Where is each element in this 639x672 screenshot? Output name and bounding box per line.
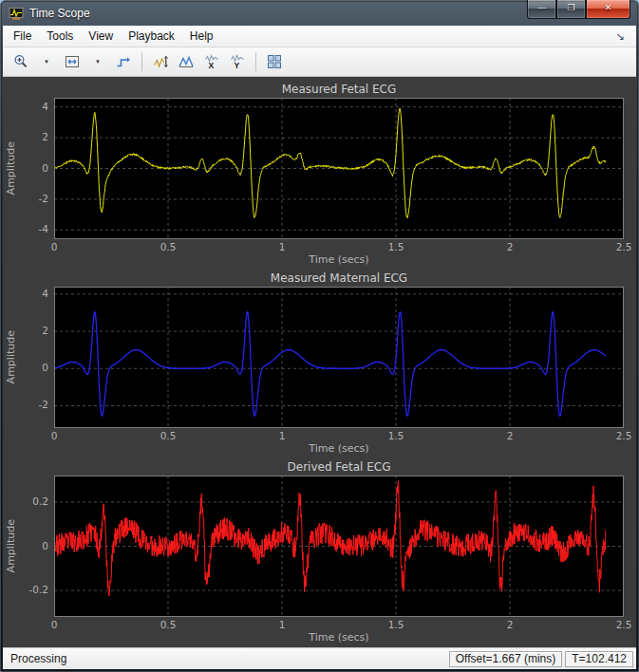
svg-text:X: X [209,61,215,70]
y-tick-label: 0.2 [32,495,48,507]
x-tick-label: 1 [279,430,286,441]
x-tick-label: 2 [507,619,514,630]
plot-title: Derived Fetal ECG [54,458,624,476]
zoom-x-button[interactable]: X [199,49,224,74]
minimize-icon: — [537,3,546,12]
y-tick-label: 4 [42,101,48,112]
plot-title: Measured Fetal ECG [54,81,624,98]
toolbar-separator [255,52,256,71]
scale-y-axis-button[interactable] [148,49,173,74]
x-tick-label: 2.5 [616,430,632,441]
y-tick-label: -2 [39,399,48,410]
step-forward-button[interactable] [111,49,136,74]
title-bar[interactable]: Time Scope — ❐ ✕ [0,0,639,26]
y-axis-label: Amplitude [3,98,18,239]
close-button[interactable]: ✕ [586,0,630,19]
autoscale-button[interactable] [174,49,198,74]
layout-grid-button[interactable] [262,49,287,74]
toolbar-separator [141,52,142,71]
y-axis-ticks: -4-2024 [18,98,54,239]
y-tick-label: 2 [42,325,48,336]
offset-readout: Offset=1.667 (mins) [449,651,563,667]
y-tick-label: 4 [42,288,48,299]
x-axis-label: Time (secs) [54,631,624,647]
x-tick-label: 0 [51,619,58,630]
svg-text:Y: Y [235,61,240,70]
app-icon [9,6,24,21]
menu-playback[interactable]: Playback [121,27,182,46]
x-tick-label: 1.5 [388,241,404,252]
x-tick-label: 2.5 [616,241,632,252]
time-readout: T=102.412 [565,651,633,667]
status-bar: Processing Offset=1.667 (mins) T=102.412 [3,647,636,669]
x-tick-label: 1.5 [388,430,404,441]
menu-tools[interactable]: Tools [39,27,81,46]
zoom-menu-caret[interactable]: ▾ [34,49,59,74]
y-tick-label: 2 [42,131,48,142]
x-tick-label: 0.5 [160,430,177,441]
y-tick-label: 0 [42,362,48,373]
fit-menu-caret[interactable]: ▾ [85,49,110,74]
plot-area[interactable] [54,98,624,239]
x-tick-label: 2 [507,241,514,252]
x-tick-label: 2.5 [616,619,632,630]
zoom-x-icon: X [204,54,219,69]
caption-buttons: — ❐ ✕ [527,0,630,19]
y-axis-label: Amplitude [3,287,18,428]
scale-y-axis-icon [153,54,168,69]
plot-title: Measured Maternal ECG [54,270,624,287]
zoom-y-icon: Y [230,54,245,69]
x-axis-ticks: 00.511.522.5 [54,239,624,253]
y-axis-ticks: -0.200.2 [18,476,54,617]
subplot-derived-fetal-ecg: Derived Fetal ECG Amplitude -0.200.2 00.… [3,458,636,647]
autoscale-icon [179,54,194,69]
plot-area[interactable] [54,287,624,428]
zoom-in-icon [13,54,28,69]
window-title: Time Scope [29,7,90,20]
y-tick-label: -0.2 [29,584,49,595]
x-axis-label: Time (secs) [54,442,624,458]
y-axis-ticks: -2024 [18,287,54,428]
zoom-in-button[interactable] [9,49,33,74]
x-tick-label: 2 [507,430,514,441]
y-tick-label: 0 [42,162,48,174]
menu-bar: File Tools View Playback Help ↘ [3,26,636,47]
x-tick-label: 1 [279,241,286,252]
subplot-measured-maternal-ecg: Measured Maternal ECG Amplitude -2024 00… [3,270,636,458]
x-axis-label: Time (secs) [54,253,624,270]
menu-file[interactable]: File [6,27,39,46]
close-icon: ✕ [605,3,612,12]
x-tick-label: 0.5 [160,619,177,630]
time-scope-window: Time Scope — ❐ ✕ File Tools View Playbac… [0,0,639,672]
x-tick-label: 1 [279,619,286,630]
y-tick-label: -2 [39,193,48,204]
x-tick-label: 0 [51,241,58,252]
menu-help[interactable]: Help [182,27,221,46]
toolbar: ▾ ▾ [3,47,636,77]
maximize-icon: ❐ [567,3,574,12]
waveform-measured-fetal[interactable] [54,98,624,239]
waveform-derived-fetal[interactable] [54,476,624,617]
y-axis-label: Amplitude [3,476,18,617]
zoom-y-button[interactable]: Y [225,49,250,74]
app-body: File Tools View Playback Help ↘ ▾ [3,26,636,669]
status-message: Processing [6,652,446,665]
fit-to-view-icon [65,54,80,69]
desktop-background: Time Scope — ❐ ✕ File Tools View Playbac… [0,0,639,672]
y-tick-label: -4 [39,223,48,234]
layout-grid-icon [267,54,282,69]
subplot-measured-fetal-ecg: Measured Fetal ECG Amplitude -4-2024 00.… [3,81,636,270]
x-tick-label: 1.5 [388,619,404,630]
fit-to-view-button[interactable] [60,49,85,74]
menu-view[interactable]: View [81,27,121,46]
waveform-measured-maternal[interactable] [54,287,624,428]
dock-figure-icon[interactable]: ↘ [611,28,630,45]
y-tick-label: 0 [42,540,48,551]
plot-area[interactable] [54,476,624,617]
x-tick-label: 0 [51,430,58,441]
x-axis-ticks: 00.511.522.5 [54,428,624,442]
scope-display: Measured Fetal ECG Amplitude -4-2024 00.… [3,77,636,647]
maximize-button[interactable]: ❐ [556,0,586,19]
x-tick-label: 0.5 [160,241,177,252]
minimize-button[interactable]: — [527,0,556,19]
